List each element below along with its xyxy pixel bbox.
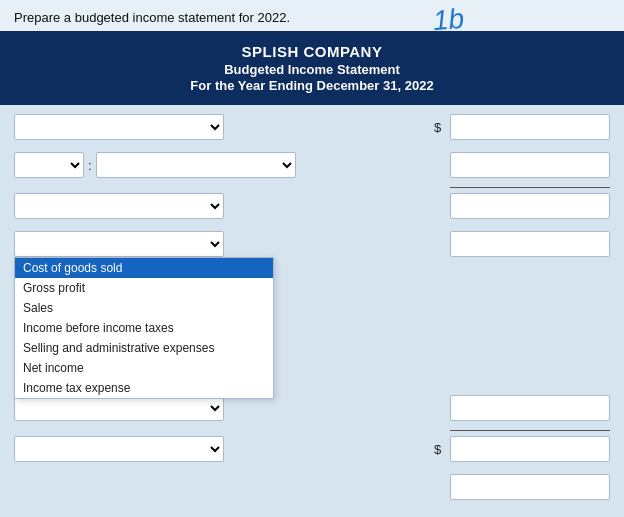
row1-right: $ <box>434 114 610 140</box>
dropdown-item-selling-admin[interactable]: Selling and administrative expenses <box>15 338 273 358</box>
row6-input[interactable] <box>450 436 610 462</box>
row3-select[interactable] <box>14 193 224 219</box>
dropdown-item-income-tax[interactable]: Income tax expense <box>15 378 273 398</box>
row5-right <box>450 395 610 421</box>
row4-select[interactable] <box>14 231 224 257</box>
row2-input[interactable] <box>450 152 610 178</box>
row4-input[interactable] <box>450 231 610 257</box>
dropdown-item-sales[interactable]: Sales <box>15 298 273 318</box>
instruction-text: Prepare a budgeted income statement for … <box>14 10 290 25</box>
row2-right <box>450 152 610 178</box>
row4-right <box>450 231 610 257</box>
underline-2 <box>450 430 610 431</box>
row6-dollar: $ <box>434 442 446 457</box>
company-name: SPLISH COMPANY <box>10 43 614 60</box>
row2-select-right[interactable] <box>96 152 296 178</box>
form-row-3 <box>14 190 610 222</box>
report-header: SPLISH COMPANY Budgeted Income Statement… <box>0 31 624 105</box>
report-subtitle: Budgeted Income Statement <box>10 62 614 77</box>
instruction-area: Prepare a budgeted income statement for … <box>0 0 624 31</box>
form-row-1: $ <box>14 111 610 143</box>
row2-select-left[interactable] <box>14 152 84 178</box>
row7-input[interactable] <box>450 474 610 500</box>
form-row-2: : <box>14 149 610 181</box>
dropdown-item-net-income[interactable]: Net income <box>15 358 273 378</box>
dropdown-item-income-before-taxes[interactable]: Income before income taxes <box>15 318 273 338</box>
form-row-4: Cost of goods sold Gross profit Sales In… <box>14 228 610 260</box>
row7-right <box>450 474 610 500</box>
dropdown-item-cost-of-goods-sold[interactable]: Cost of goods sold <box>15 258 273 278</box>
row3-right <box>450 193 610 219</box>
report-date: For the Year Ending December 31, 2022 <box>10 78 614 93</box>
dropdown-container: Cost of goods sold Gross profit Sales In… <box>14 231 224 257</box>
row6-select[interactable] <box>14 436 224 462</box>
form-row-6: $ <box>14 433 610 465</box>
underline-1 <box>450 187 610 188</box>
row1-select[interactable] <box>14 114 224 140</box>
row3-input[interactable] <box>450 193 610 219</box>
row1-input[interactable] <box>450 114 610 140</box>
row5-input[interactable] <box>450 395 610 421</box>
form-row-7 <box>14 471 610 503</box>
dropdown-list: Cost of goods sold Gross profit Sales In… <box>14 257 274 399</box>
dropdown-item-gross-profit[interactable]: Gross profit <box>15 278 273 298</box>
handwritten-note: 1b <box>432 3 466 38</box>
colon-separator: : <box>88 158 92 173</box>
row6-right: $ <box>434 436 610 462</box>
form-area: $ : Cost of <box>0 105 624 515</box>
row1-dollar: $ <box>434 120 446 135</box>
